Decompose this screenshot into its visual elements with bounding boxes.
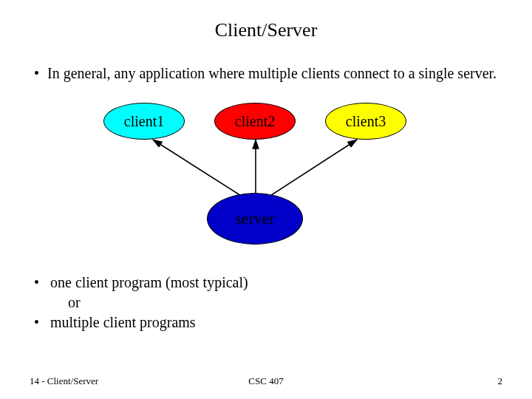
bullet-1-marker: • bbox=[34, 64, 47, 83]
bullet-2-or: or bbox=[68, 293, 502, 313]
node-client3-label: client3 bbox=[346, 113, 386, 130]
bullet-group-2: •one client program (most typical) or •m… bbox=[34, 273, 502, 332]
svg-line-2 bbox=[267, 140, 357, 198]
bullet-2-marker: • bbox=[34, 273, 50, 293]
bullet-1-text: In general, any application where multip… bbox=[47, 65, 497, 81]
footer: 14 - Client/Server CSC 407 2 bbox=[0, 375, 532, 387]
node-client3: client3 bbox=[325, 103, 406, 140]
footer-center: CSC 407 bbox=[248, 375, 283, 387]
footer-left: 14 - Client/Server bbox=[30, 375, 98, 387]
slide-title: Client/Server bbox=[30, 19, 502, 41]
bullet-3: •multiple client programs bbox=[34, 313, 502, 332]
node-client1-label: client1 bbox=[124, 113, 164, 130]
node-client1: client1 bbox=[103, 103, 185, 140]
bullet-2-text: one client program (most typical) bbox=[50, 274, 248, 290]
node-server-label: server bbox=[235, 209, 275, 228]
svg-line-0 bbox=[153, 140, 245, 198]
bullet-1: •In general, any application where multi… bbox=[34, 64, 502, 83]
node-client2: client2 bbox=[214, 103, 296, 140]
diagram: client1 client2 client3 server bbox=[30, 97, 502, 259]
node-client2-label: client2 bbox=[235, 113, 275, 130]
footer-right: 2 bbox=[498, 375, 503, 387]
bullet-3-marker: • bbox=[34, 313, 50, 332]
node-server: server bbox=[207, 193, 303, 245]
bullet-3-text: multiple client programs bbox=[50, 314, 196, 330]
slide: Client/Server •In general, any applicati… bbox=[0, 0, 532, 399]
bullet-2: •one client program (most typical) bbox=[34, 273, 502, 293]
